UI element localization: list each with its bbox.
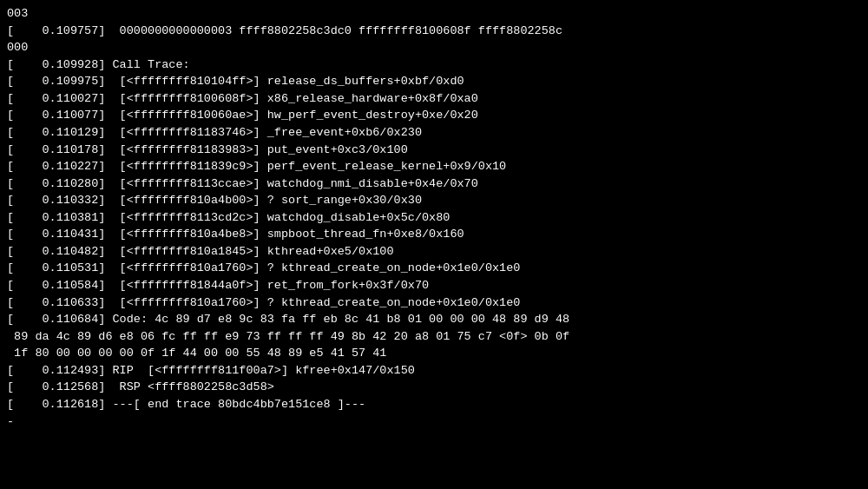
terminal-line-22: [ 0.112568] RSP <ffff8802258c3d58> [7,379,861,396]
terminal-line-8: [ 0.110178] [<ffffffff81183983>] put_eve… [7,142,861,159]
terminal-line-24: - [7,413,861,431]
terminal-line-23: [ 0.112618] ---[ end trace 80bdc4bb7e151… [7,396,861,413]
terminal-output: 003[ 0.109757] 0000000000000003 ffff8802… [7,5,861,484]
terminal-line-21: [ 0.112493] RIP [<ffffffff811f00a7>] kfr… [7,362,861,380]
terminal-line-17: [ 0.110633] [<ffffffff810a1760>] ? kthre… [7,294,861,312]
terminal-line-16: [ 0.110584] [<ffffffff81844a0f>] ret_fro… [7,277,861,294]
terminal-line-11: [ 0.110332] [<ffffffff810a4b00>] ? sort_… [7,192,861,209]
terminal-line-7: [ 0.110129] [<ffffffff81183746>] _free_e… [7,124,861,142]
terminal-line-18: [ 0.110684] Code: 4c 89 d7 e8 9c 83 fa f… [7,311,861,328]
terminal-line-2: 000 [7,39,861,56]
terminal-line-0: 003 [7,5,861,23]
terminal-line-4: [ 0.109975] [<ffffffff810104ff>] release… [7,73,861,90]
terminal-line-10: [ 0.110280] [<ffffffff8113ccae>] watchdo… [7,175,861,193]
terminal-line-14: [ 0.110482] [<ffffffff810a1845>] kthread… [7,243,861,261]
terminal-line-5: [ 0.110027] [<ffffffff8100608f>] x86_rel… [7,90,861,108]
terminal-line-15: [ 0.110531] [<ffffffff810a1760>] ? kthre… [7,260,861,277]
terminal-line-12: [ 0.110381] [<ffffffff8113cd2c>] watchdo… [7,209,861,227]
terminal-line-19: 89 da 4c 89 d6 e8 06 fc ff ff e9 73 ff f… [7,328,861,346]
terminal-line-6: [ 0.110077] [<ffffffff810060ae>] hw_perf… [7,107,861,124]
terminal-line-1: [ 0.109757] 0000000000000003 ffff8802258… [7,23,861,40]
terminal-line-20: 1f 80 00 00 00 00 0f 1f 44 00 00 55 48 8… [7,345,861,362]
terminal-line-13: [ 0.110431] [<ffffffff810a4be8>] smpboot… [7,226,861,243]
terminal-line-3: [ 0.109928] Call Trace: [7,56,861,74]
terminal-line-9: [ 0.110227] [<ffffffff811839c9>] perf_ev… [7,158,861,175]
